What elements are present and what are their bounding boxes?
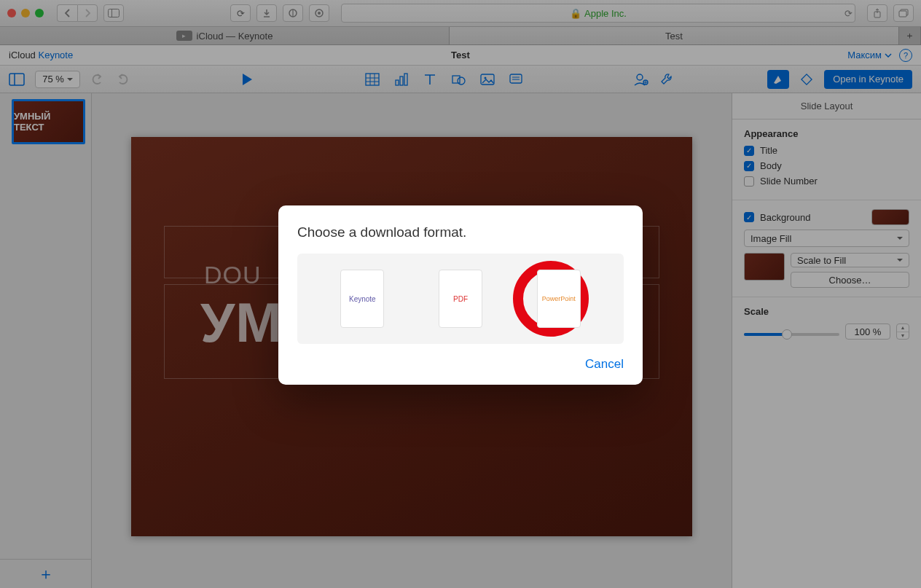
download-format-modal: Choose a download format. Keynote PDF Po…: [278, 205, 643, 385]
modal-title: Choose a download format.: [297, 224, 624, 240]
format-keynote[interactable]: Keynote: [340, 270, 384, 328]
format-powerpoint[interactable]: PowerPoint: [537, 270, 581, 328]
cancel-button[interactable]: Cancel: [585, 357, 624, 372]
format-pdf[interactable]: PDF: [439, 270, 482, 328]
